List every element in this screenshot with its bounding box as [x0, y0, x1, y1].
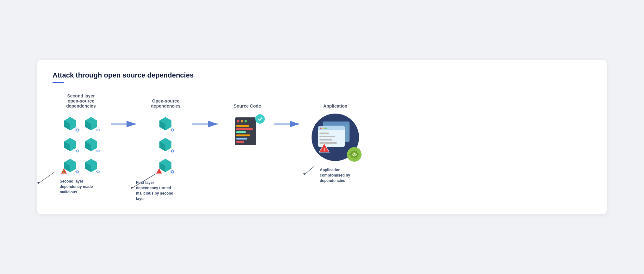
cube-os-2	[156, 134, 175, 153]
stage-source-code: Source Code	[222, 93, 273, 165]
stage-content-application: ! </>	[312, 114, 359, 161]
svg-point-5	[77, 129, 78, 131]
svg-line-86	[305, 166, 314, 174]
stage-application: Application	[304, 93, 367, 183]
stage-content-second-layer: 🐛	[61, 114, 101, 175]
svg-line-33	[39, 172, 54, 183]
svg-point-61	[245, 120, 247, 122]
svg-text:</>: </>	[351, 153, 357, 157]
svg-point-32	[97, 171, 99, 173]
svg-rect-67	[236, 141, 244, 143]
cube-os-1	[156, 114, 175, 133]
stage-content-source-code	[233, 114, 262, 155]
stage-label-application: Application	[323, 93, 347, 114]
svg-rect-63	[236, 128, 253, 130]
title-underline	[53, 82, 64, 83]
svg-point-20	[97, 150, 99, 152]
svg-point-46	[172, 150, 173, 152]
main-card: Attack through open source dependencies …	[37, 60, 607, 214]
svg-point-60	[241, 120, 243, 122]
svg-rect-66	[236, 138, 247, 140]
diagram: Second layeropen-sourcedependencies	[53, 93, 591, 201]
svg-rect-73	[318, 126, 345, 130]
svg-point-74	[320, 128, 322, 129]
svg-rect-79	[319, 139, 332, 140]
svg-rect-65	[236, 134, 250, 136]
cube-3	[61, 134, 80, 153]
cube-2	[82, 114, 101, 133]
svg-point-59	[237, 120, 239, 122]
stage-label-source-code: Source Code	[234, 93, 261, 114]
svg-text:!: !	[324, 147, 325, 152]
svg-point-76	[325, 128, 327, 129]
stage-open-source: Open-sourcedependencies	[140, 93, 191, 201]
svg-point-41	[172, 129, 173, 131]
svg-marker-55	[131, 187, 133, 189]
stage-content-open-source: !	[156, 114, 176, 175]
stage-label-open-source: Open-sourcedependencies	[151, 93, 180, 114]
svg-line-54	[132, 174, 156, 188]
stage-second-layer: Second layeropen-sourcedependencies	[53, 93, 109, 195]
svg-rect-64	[236, 131, 246, 133]
arrow-1	[109, 93, 140, 129]
stage-label-second-layer: Second layeropen-sourcedependencies	[66, 93, 96, 114]
annotation-application: Applicationcompromised bydependencies	[320, 167, 350, 183]
svg-rect-71	[323, 121, 350, 125]
svg-point-75	[323, 128, 324, 129]
arrow-3	[273, 93, 304, 129]
title-section: Attack through open source dependencies	[53, 71, 591, 83]
cube-4	[82, 134, 101, 153]
arrow-2	[191, 93, 222, 129]
svg-rect-62	[236, 125, 249, 127]
svg-point-15	[77, 150, 78, 152]
page-title: Attack through open source dependencies	[53, 71, 591, 79]
cube-os-3-bug: !	[156, 155, 175, 174]
svg-point-10	[97, 129, 99, 131]
cube-1	[61, 114, 80, 133]
svg-rect-78	[319, 136, 335, 137]
svg-rect-77	[319, 133, 329, 134]
